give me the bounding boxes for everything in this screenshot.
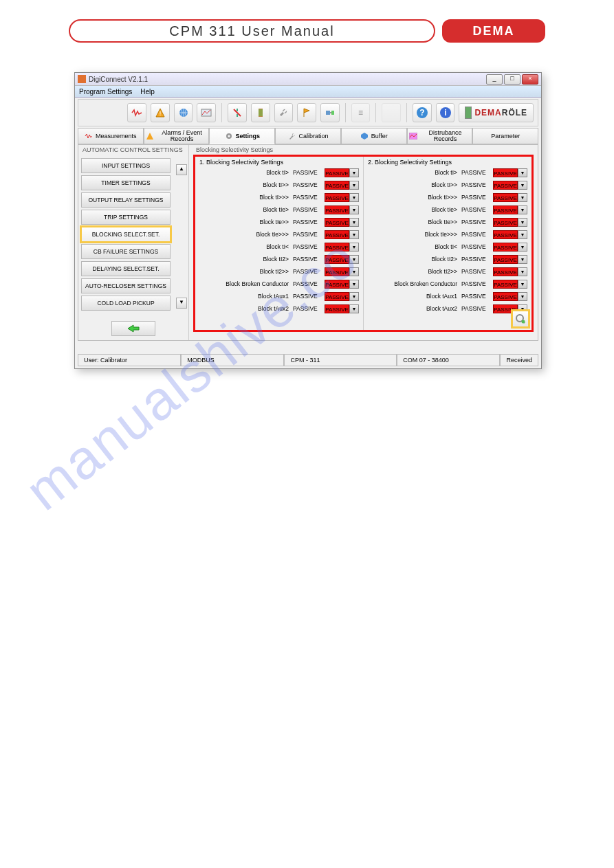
warning-icon[interactable]: ! xyxy=(151,103,170,122)
globe-icon[interactable] xyxy=(174,103,193,122)
transformer-icon[interactable] xyxy=(251,103,270,122)
waveform-icon xyxy=(85,132,93,140)
signal-icon[interactable]: ≡ xyxy=(351,103,371,122)
setting-dropdown[interactable]: PASSIVE▼ xyxy=(493,168,527,177)
setting-label: Block tI< xyxy=(365,243,459,250)
disconnect-icon[interactable] xyxy=(228,103,247,122)
setting-dropdown[interactable]: PASSIVE▼ xyxy=(493,243,527,252)
setting-value: PASSIVE xyxy=(461,293,490,300)
waveform-icon[interactable] xyxy=(127,103,146,122)
dropdown-value: PASSIVE xyxy=(493,267,518,276)
status-protocol: MODBUS xyxy=(181,354,284,366)
dropdown-value: PASSIVE xyxy=(325,255,349,264)
chart-icon[interactable] xyxy=(197,103,216,122)
status-user: User: Calibrator xyxy=(78,354,181,366)
scroll-down-button[interactable]: ▼ xyxy=(176,298,187,309)
setting-label: Block tIe> xyxy=(197,206,290,213)
flag-icon[interactable] xyxy=(297,103,316,122)
apply-button[interactable] xyxy=(511,309,530,329)
wrench-icon[interactable] xyxy=(274,103,294,122)
setting-dropdown[interactable]: PASSIVE▼ xyxy=(493,218,527,227)
menu-program-settings[interactable]: Program Settings xyxy=(79,88,132,96)
svg-text:?: ? xyxy=(419,108,424,118)
maximize-button[interactable]: □ xyxy=(504,74,520,85)
dropdown-value: PASSIVE xyxy=(325,267,349,276)
sidebar-item-3[interactable]: TRIP SETTINGS xyxy=(81,210,171,225)
tab-alarms[interactable]: Alarms / Event Records xyxy=(144,128,210,144)
setting-dropdown[interactable]: PASSIVE▼ xyxy=(493,181,527,190)
setting-row: Block tAux1PASSIVEPASSIVE▼ xyxy=(197,290,359,302)
setting-row: Block tI>PASSIVEPASSIVE▼ xyxy=(197,166,359,179)
tab-calibration[interactable]: Calibration xyxy=(275,128,341,144)
brand-role: RÖLE xyxy=(502,108,527,118)
tab-settings[interactable]: Settings xyxy=(209,128,275,144)
setting-row: Block tI>PASSIVEPASSIVE▼ xyxy=(365,166,527,179)
setting-dropdown[interactable]: PASSIVE▼ xyxy=(493,280,527,289)
sidebar-item-4[interactable]: BLOCKING SELECT.SET. xyxy=(81,227,171,242)
sidebar-item-1[interactable]: TIMER SETTINGS xyxy=(81,175,171,190)
setting-label: Block tI> xyxy=(365,169,459,176)
setting-value: PASSIVE xyxy=(461,169,490,176)
chevron-down-icon: ▼ xyxy=(518,168,527,177)
setting-dropdown[interactable]: PASSIVE▼ xyxy=(493,230,527,239)
back-button[interactable] xyxy=(111,321,155,336)
setting-value: PASSIVE xyxy=(461,280,490,287)
setting-row: Block tI2>>PASSIVEPASSIVE▼ xyxy=(365,265,527,278)
setting-label: Block Broken Conductor xyxy=(365,280,459,287)
sidebar-item-0[interactable]: INPUT SETTINGS xyxy=(81,158,171,173)
setting-dropdown[interactable]: PASSIVE▼ xyxy=(325,243,359,252)
dropdown-value: PASSIVE xyxy=(325,181,349,190)
chevron-down-icon: ▼ xyxy=(518,267,527,276)
dropdown-value: PASSIVE xyxy=(493,218,518,227)
sidebar-item-7[interactable]: AUTO-RECLOSER SETTINGS xyxy=(81,278,171,293)
setting-dropdown[interactable]: PASSIVE▼ xyxy=(325,218,359,227)
setting-value: PASSIVE xyxy=(461,206,490,213)
chevron-down-icon: ▼ xyxy=(518,230,527,239)
setting-row: Block tAux1PASSIVEPASSIVE▼ xyxy=(365,290,527,302)
dropdown-value: PASSIVE xyxy=(493,280,518,289)
setting-dropdown[interactable]: PASSIVE▼ xyxy=(325,193,359,202)
setting-dropdown[interactable]: PASSIVE▼ xyxy=(325,304,359,313)
setting-label: Block tAux2 xyxy=(197,305,290,312)
tab-label: Settings xyxy=(236,133,261,140)
setting-dropdown[interactable]: PASSIVE▼ xyxy=(493,267,527,276)
tab-label: Alarms / Event Records xyxy=(157,130,208,142)
setting-value: PASSIVE xyxy=(461,256,490,263)
tab-disturbance[interactable]: Distrubance Records xyxy=(407,128,473,144)
setting-dropdown[interactable]: PASSIVE▼ xyxy=(493,292,527,301)
connect-icon[interactable] xyxy=(320,103,340,122)
hexagon-icon xyxy=(360,132,369,140)
setting-dropdown[interactable]: PASSIVE▼ xyxy=(325,205,359,214)
setting-value: PASSIVE xyxy=(293,206,322,213)
setting-dropdown[interactable]: PASSIVE▼ xyxy=(325,230,359,239)
tab-buffer[interactable]: Buffer xyxy=(341,128,407,144)
setting-label: Block tI>>> xyxy=(365,194,459,201)
svg-point-14 xyxy=(522,320,525,324)
setting-dropdown[interactable]: PASSIVE▼ xyxy=(325,255,359,264)
setting-value: PASSIVE xyxy=(293,268,322,275)
blank-icon[interactable] xyxy=(382,103,401,122)
dropdown-value: PASSIVE xyxy=(325,205,349,214)
setting-dropdown[interactable]: PASSIVE▼ xyxy=(493,205,527,214)
help-icon[interactable]: ? xyxy=(413,103,432,122)
setting-dropdown[interactable]: PASSIVE▼ xyxy=(493,193,527,202)
setting-dropdown[interactable]: PASSIVE▼ xyxy=(325,168,359,177)
setting-dropdown[interactable]: PASSIVE▼ xyxy=(325,267,359,276)
sidebar-item-6[interactable]: DELAYING SELECT.SET. xyxy=(81,261,171,276)
sidebar-item-8[interactable]: COLD LOAD PICKUP xyxy=(81,296,171,311)
menu-help[interactable]: Help xyxy=(140,88,155,96)
setting-dropdown[interactable]: PASSIVE▼ xyxy=(325,181,359,190)
close-button[interactable]: × xyxy=(522,74,538,85)
setting-dropdown[interactable]: PASSIVE▼ xyxy=(325,280,359,289)
setting-dropdown[interactable]: PASSIVE▼ xyxy=(493,255,527,264)
tab-measurements[interactable]: Measurements xyxy=(78,128,144,144)
sidebar-item-2[interactable]: OUTPUT RELAY SETTINGS xyxy=(81,192,171,208)
setting-value: PASSIVE xyxy=(293,256,322,263)
scroll-up-button[interactable]: ▲ xyxy=(176,164,187,175)
info-icon[interactable]: i xyxy=(436,103,455,122)
minimize-button[interactable]: _ xyxy=(486,74,503,85)
sidebar-item-5[interactable]: CB FAILURE SETTINGS xyxy=(81,244,171,259)
setting-dropdown[interactable]: PASSIVE▼ xyxy=(325,292,359,301)
setting-label: Block tIe>> xyxy=(197,219,290,225)
tab-parameter[interactable]: Parameter xyxy=(472,128,538,144)
